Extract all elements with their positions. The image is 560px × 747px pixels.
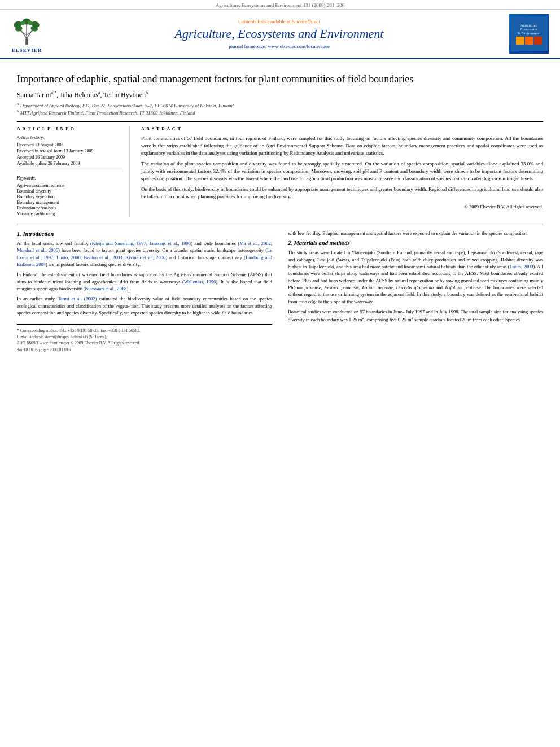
keyword-4: Boundary management [17, 200, 123, 205]
elsevier-logo: ELSEVIER [11, 15, 42, 53]
elsevier-brand-text: ELSEVIER [12, 47, 42, 53]
abstract-para-3: On the basis of this study, biodiversity… [141, 186, 543, 200]
journal-header: ELSEVIER Contents lists available at Sci… [0, 10, 560, 59]
keyword-5: Redundancy Analysis [17, 206, 123, 211]
author-3: Terho Hyvönenb [103, 91, 148, 99]
keyword-2: Botanical diversity [17, 189, 123, 194]
author-2: Juha Heleniusa [60, 91, 100, 99]
issn-note: 0167-8809/$ – see front matter © 2009 El… [17, 340, 272, 346]
info-divider [17, 171, 123, 171]
ref-luoto[interactable]: Luoto, 2000 [510, 264, 533, 269]
section1-para-2: In Finland, the establishment of widened… [17, 271, 272, 292]
journal-citation: Agriculture, Ecosystems and Environment … [0, 0, 560, 10]
science-direct-info: Contents lists available at ScienceDirec… [49, 19, 509, 24]
article-title: Importance of edaphic, spatial and manag… [17, 73, 543, 86]
keyword-1: Agri-environment scheme [17, 183, 123, 188]
logo-icon-1 [516, 37, 524, 45]
logo-icons [516, 37, 542, 45]
svg-rect-0 [25, 38, 28, 45]
journal-homepage: journal homepage: www.elsevier.com/locat… [49, 43, 509, 49]
ref-tarmi[interactable]: Tarmi et al. (2002) [58, 296, 97, 302]
info-abstract-section: A R T I C L E I N F O Article history: R… [17, 121, 543, 217]
section1-right-para: with low fertility. Edaphic, management … [288, 230, 543, 237]
science-direct-link[interactable]: ScienceDirect [292, 19, 320, 24]
article-content: Importance of edaphic, spatial and manag… [0, 59, 560, 358]
history-online: Available online 26 February 2009 [17, 161, 123, 166]
doi-note: doi:10.1016/j.agee.2009.01.016 [17, 347, 272, 352]
ref-wallenius[interactable]: Wallenius, 1996 [184, 279, 216, 285]
keyword-6: Variance partitioning [17, 211, 123, 216]
ref-kuussaari[interactable]: Kuussaari et al., 2008 [85, 286, 126, 291]
body-right-col: with low fertility. Edaphic, management … [288, 230, 543, 352]
ref-janssens[interactable]: Janssens et al., 1998 [150, 241, 191, 246]
abstract-para-2: The variation of the plant species compo… [141, 160, 543, 182]
section1-heading: 1. Introduction [17, 231, 272, 237]
section2-para-2: Botanical studies were conducted on 57 b… [288, 308, 543, 323]
copyright-line: © 2009 Elsevier B.V. All rights reserved… [141, 204, 543, 209]
article-info-col: A R T I C L E I N F O Article history: R… [17, 126, 130, 217]
logo-journal-name: AgricultureEcosystems& Environment [518, 23, 541, 35]
authors-line: Sanna Tarmia,*, Juha Heleniusa, Terho Hy… [17, 90, 543, 99]
keywords-label: Keywords: [17, 176, 123, 181]
detected-and: and [352, 257, 359, 263]
section1-para-1: At the local scale, low soil fertility (… [17, 240, 272, 268]
ref-ma[interactable]: Ma et al., 2002; [239, 241, 272, 246]
section2-heading: 2. Materials and methods [288, 240, 543, 246]
history-revised: Received in revised form 13 January 2009 [17, 148, 123, 154]
history-accepted: Accepted 26 January 2009 [17, 155, 123, 160]
affiliations: a Department of Applied Biology, P.O. Bo… [17, 102, 543, 116]
email-note: E-mail address: starmi@mappi.helsinki.fi… [17, 334, 272, 339]
ref-kleijn[interactable]: Kleijn and Snoeijing, 1997; [92, 241, 147, 246]
affiliation-a: a Department of Applied Biology, P.O. Bo… [17, 102, 543, 108]
abstract-label: A B S T R A C T [141, 126, 543, 132]
journal-logo-box: AgricultureEcosystems& Environment [509, 14, 549, 54]
elsevier-tree-icon [11, 15, 42, 46]
header-left: ELSEVIER [11, 15, 49, 53]
section2-para-1: The study areas were located in Yläneenj… [288, 249, 543, 305]
logo-icon-2 [525, 37, 533, 45]
header-center: Contents lists available at ScienceDirec… [49, 19, 509, 49]
abstract-col: A B S T R A C T Plant communities of 57 … [141, 126, 543, 217]
body-left-col: 1. Introduction At the local scale, low … [17, 230, 278, 352]
abstract-para-1: Plant communities of 57 field boundaries… [141, 135, 543, 157]
corresponding-author-note: * Corresponding author. Tel.: +358 9 191… [17, 328, 272, 333]
ref-marshall[interactable]: Marshall et al., 2006 [17, 247, 58, 253]
main-body: 1. Introduction At the local scale, low … [17, 224, 543, 352]
journal-title: Agriculture, Ecosystems and Environment [49, 27, 509, 41]
history-label: Article history: [17, 135, 123, 140]
logo-icon-3 [534, 37, 542, 45]
history-received: Received 13 August 2008 [17, 142, 123, 147]
journal-url[interactable]: www.elsevier.com/locate/agee [268, 43, 330, 49]
section1-para-3: In an earlier study, Tarmi et al. (2002)… [17, 295, 272, 316]
affiliation-b: b MTT Agrifood Research Finland, Plant P… [17, 109, 543, 116]
article-footer: * Corresponding author. Tel.: +358 9 191… [17, 324, 272, 352]
keyword-3: Boundary vegetation [17, 194, 123, 199]
author-1: Sanna Tarmia,* [17, 91, 56, 99]
article-info-label: A R T I C L E I N F O [17, 126, 123, 132]
